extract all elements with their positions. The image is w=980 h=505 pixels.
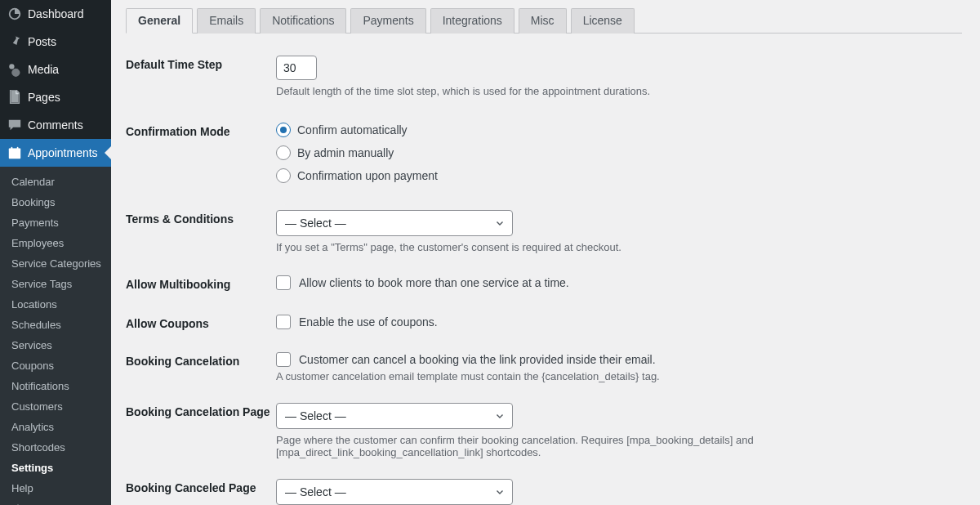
tab-general[interactable]: General: [126, 8, 193, 34]
checkbox-icon: [276, 315, 291, 329]
radio-icon: [276, 168, 291, 183]
settings-form: Default Time Step Default length of the …: [126, 48, 962, 505]
radio-label: By admin manually: [297, 146, 394, 159]
desc-terms: If you set a "Terms" page, the customer'…: [276, 241, 962, 253]
menu-posts[interactable]: Posts: [0, 28, 111, 56]
menu-label: Dashboard: [28, 7, 84, 20]
tab-payments[interactable]: Payments: [350, 8, 425, 34]
menu-label: Media: [28, 63, 59, 76]
calendar-icon: [7, 145, 23, 161]
radio-confirm-auto[interactable]: Confirm automatically: [276, 123, 962, 137]
menu-label: Comments: [28, 118, 83, 132]
menu-label: Pages: [28, 91, 60, 104]
checkbox-label: Allow clients to book more than one serv…: [299, 276, 569, 289]
checkbox-label: Customer can cancel a booking via the li…: [299, 353, 656, 366]
settings-tabs: General Emails Notifications Payments In…: [126, 0, 962, 34]
submenu-service-categories[interactable]: Service Categories: [0, 253, 111, 274]
label-canceled-page: Booking Canceled Page: [126, 479, 276, 494]
select-value: — Select —: [285, 217, 346, 230]
select-value: — Select —: [285, 485, 346, 498]
submenu-extensions[interactable]: Extensions: [0, 498, 111, 505]
input-default-time-step[interactable]: [276, 56, 317, 80]
menu-label: Posts: [28, 35, 56, 48]
submenu-coupons[interactable]: Coupons: [0, 355, 111, 376]
menu-pages[interactable]: Pages: [0, 83, 111, 111]
tab-emails[interactable]: Emails: [197, 8, 256, 34]
desc-default-time-step: Default length of the time slot step, wh…: [276, 85, 962, 97]
tab-license[interactable]: License: [571, 8, 635, 34]
submenu-settings[interactable]: Settings: [0, 458, 111, 478]
comment-icon: [7, 117, 23, 133]
submenu-employees[interactable]: Employees: [0, 233, 111, 253]
radio-label: Confirmation upon payment: [297, 169, 438, 182]
label-multibooking: Allow Multibooking: [126, 275, 276, 291]
page-icon: [7, 89, 23, 105]
label-confirmation-mode: Confirmation Mode: [126, 123, 276, 138]
radio-icon: [276, 145, 291, 160]
submenu-locations[interactable]: Locations: [0, 294, 111, 315]
submenu-shortcodes[interactable]: Shortcodes: [0, 437, 111, 458]
desc-cancel-page: Page where the customer can confirm thei…: [276, 434, 962, 458]
checkbox-label: Enable the use of coupons.: [299, 315, 438, 328]
menu-media[interactable]: Media: [0, 56, 111, 83]
chevron-down-icon: [494, 217, 506, 229]
svg-rect-5: [17, 147, 19, 150]
tab-notifications[interactable]: Notifications: [260, 8, 346, 34]
checkbox-icon: [276, 275, 291, 290]
svg-point-0: [9, 64, 14, 69]
checkbox-multibooking[interactable]: Allow clients to book more than one serv…: [276, 275, 962, 290]
label-default-time-step: Default Time Step: [126, 56, 276, 71]
label-cancel-page: Booking Cancelation Page: [126, 403, 276, 418]
media-icon: [7, 61, 23, 78]
menu-appointments[interactable]: Appointments: [0, 139, 111, 167]
select-canceled-page[interactable]: — Select —: [276, 479, 513, 505]
radio-icon: [276, 123, 291, 137]
submenu-calendar[interactable]: Calendar: [0, 172, 111, 192]
submenu-appointments: Calendar Bookings Payments Employees Ser…: [0, 167, 111, 505]
submenu-bookings[interactable]: Bookings: [0, 192, 111, 212]
tab-integrations[interactable]: Integrations: [430, 8, 514, 34]
submenu-notifications[interactable]: Notifications: [0, 376, 111, 396]
checkbox-coupons[interactable]: Enable the use of coupons.: [276, 315, 962, 329]
select-value: — Select —: [285, 409, 346, 422]
radio-label: Confirm automatically: [297, 123, 408, 136]
checkbox-icon: [276, 352, 291, 367]
label-terms: Terms & Conditions: [126, 210, 276, 226]
checkbox-booking-cancelation[interactable]: Customer can cancel a booking via the li…: [276, 352, 962, 367]
svg-rect-3: [9, 149, 20, 151]
submenu-schedules[interactable]: Schedules: [0, 315, 111, 335]
menu-comments[interactable]: Comments: [0, 111, 111, 139]
submenu-customers[interactable]: Customers: [0, 396, 111, 417]
select-terms[interactable]: — Select —: [276, 210, 513, 236]
submenu-help[interactable]: Help: [0, 478, 111, 498]
main-content: General Emails Notifications Payments In…: [111, 0, 980, 505]
desc-booking-cancelation: A customer cancelation email template mu…: [276, 370, 962, 382]
label-booking-cancelation: Booking Cancelation: [126, 352, 276, 368]
submenu-analytics[interactable]: Analytics: [0, 417, 111, 437]
menu-dashboard[interactable]: Dashboard: [0, 0, 111, 28]
chevron-down-icon: [494, 486, 506, 498]
dashboard-icon: [7, 6, 23, 22]
svg-rect-4: [11, 147, 13, 150]
submenu-services[interactable]: Services: [0, 335, 111, 355]
submenu-service-tags[interactable]: Service Tags: [0, 274, 111, 294]
chevron-down-icon: [494, 410, 506, 422]
radio-confirm-manual[interactable]: By admin manually: [276, 145, 962, 160]
menu-label: Appointments: [28, 146, 98, 159]
label-coupons: Allow Coupons: [126, 315, 276, 330]
submenu-payments[interactable]: Payments: [0, 212, 111, 233]
select-cancel-page[interactable]: — Select —: [276, 403, 513, 429]
pin-icon: [7, 34, 23, 50]
admin-sidebar: Dashboard Posts Media Pages Comments App…: [0, 0, 111, 505]
radio-confirm-payment[interactable]: Confirmation upon payment: [276, 168, 962, 183]
tab-misc[interactable]: Misc: [519, 8, 567, 34]
